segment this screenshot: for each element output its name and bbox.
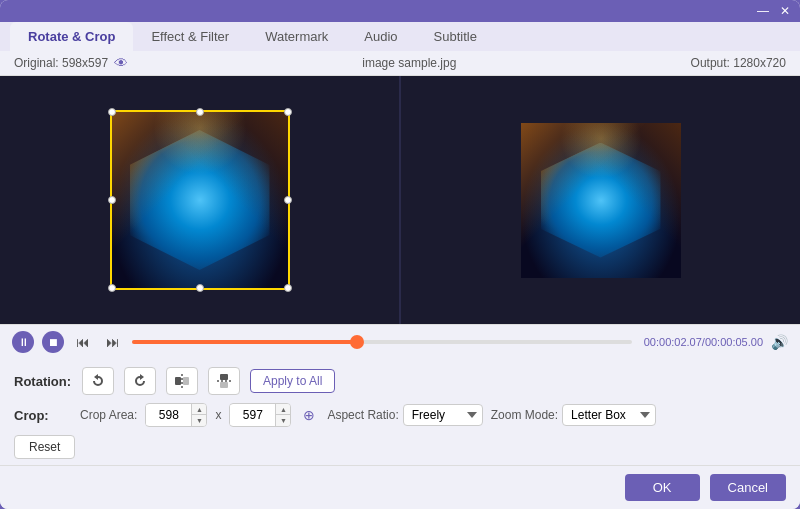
aspect-ratio-label: Aspect Ratio: [327, 408, 398, 422]
filename-label: image sample.jpg [362, 56, 456, 70]
pause-button[interactable]: ⏸ [12, 331, 34, 353]
stop-button[interactable]: ⏹ [42, 331, 64, 353]
tab-bar: Rotate & Crop Effect & Filter Watermark … [0, 22, 800, 51]
main-window: — ✕ Rotate & Crop Effect & Filter Waterm… [0, 0, 800, 509]
zoom-mode-select[interactable]: Letter Box Pan & Scan Full [562, 404, 656, 426]
ok-button[interactable]: OK [625, 474, 700, 501]
crop-height-input-group: ▲ ▼ [229, 403, 291, 427]
preview-area [0, 76, 800, 324]
crop-height-spinners: ▲ ▼ [275, 404, 290, 426]
crop-label: Crop: [14, 408, 72, 423]
prev-button[interactable]: ⏮ [72, 331, 94, 353]
rotate-left-button[interactable] [82, 367, 114, 395]
flip-vertical-button[interactable] [208, 367, 240, 395]
tab-audio[interactable]: Audio [346, 22, 415, 51]
cancel-button[interactable]: Cancel [710, 474, 786, 501]
time-display: 00:00:02.07/00:00:05.00 [644, 336, 763, 348]
zoom-mode-group: Zoom Mode: Letter Box Pan & Scan Full [491, 404, 656, 426]
reset-button[interactable]: Reset [14, 435, 75, 459]
svg-rect-1 [183, 377, 189, 385]
crop-row: Crop: Crop Area: ▲ ▼ x ▲ ▼ ⊕ Aspect Rati… [14, 403, 786, 427]
preview-left [0, 76, 399, 324]
rotation-label: Rotation: [14, 374, 72, 389]
crop-width-spinners: ▲ ▼ [191, 404, 206, 426]
crop-height-up[interactable]: ▲ [276, 404, 290, 415]
crop-height-input[interactable] [230, 405, 275, 425]
image-frame-left [110, 110, 290, 290]
tab-effect-filter[interactable]: Effect & Filter [133, 22, 247, 51]
tab-watermark[interactable]: Watermark [247, 22, 346, 51]
apply-to-all-button[interactable]: Apply to All [250, 369, 335, 393]
preview-right [401, 76, 800, 324]
volume-icon[interactable]: 🔊 [771, 334, 788, 350]
close-button[interactable]: ✕ [778, 4, 792, 18]
crop-width-down[interactable]: ▼ [192, 415, 206, 426]
crop-width-input[interactable] [146, 405, 191, 425]
crop-width-input-group: ▲ ▼ [145, 403, 207, 427]
rotate-right-button[interactable] [124, 367, 156, 395]
minimize-button[interactable]: — [756, 4, 770, 18]
tab-subtitle[interactable]: Subtitle [416, 22, 495, 51]
zoom-mode-label: Zoom Mode: [491, 408, 558, 422]
progress-track[interactable] [132, 340, 632, 344]
output-size-label: Output: 1280x720 [691, 56, 786, 70]
preview-image-right [521, 123, 681, 278]
flip-horizontal-button[interactable] [166, 367, 198, 395]
original-size-label: Original: 598x597 [14, 56, 108, 70]
rotation-row: Rotation: Apply to All [14, 367, 786, 395]
next-button[interactable]: ⏭ [102, 331, 124, 353]
crop-width-up[interactable]: ▲ [192, 404, 206, 415]
reset-row: Reset [14, 435, 786, 459]
progress-thumb[interactable] [350, 335, 364, 349]
svg-rect-3 [220, 374, 228, 380]
footer: OK Cancel [0, 465, 800, 509]
svg-rect-4 [220, 382, 228, 388]
progress-fill [132, 340, 357, 344]
info-bar: Original: 598x597 👁 image sample.jpg Out… [0, 51, 800, 76]
transport-bar: ⏸ ⏹ ⏮ ⏭ 00:00:02.07/00:00:05.00 🔊 [0, 324, 800, 359]
aspect-ratio-select[interactable]: Freely 16:9 4:3 1:1 9:16 [403, 404, 483, 426]
controls-area: Rotation: Apply to All Crop: Crop [0, 359, 800, 465]
aspect-ratio-group: Aspect Ratio: Freely 16:9 4:3 1:1 9:16 [327, 404, 482, 426]
crop-height-down[interactable]: ▼ [276, 415, 290, 426]
x-separator: x [215, 408, 221, 422]
visibility-icon[interactable]: 👁 [114, 55, 128, 71]
title-bar: — ✕ [0, 0, 800, 22]
preview-image-left [110, 110, 290, 290]
svg-rect-0 [175, 377, 181, 385]
crop-area-label: Crop Area: [80, 408, 137, 422]
tab-rotate-crop[interactable]: Rotate & Crop [10, 22, 133, 51]
crop-center-icon[interactable]: ⊕ [299, 405, 319, 425]
